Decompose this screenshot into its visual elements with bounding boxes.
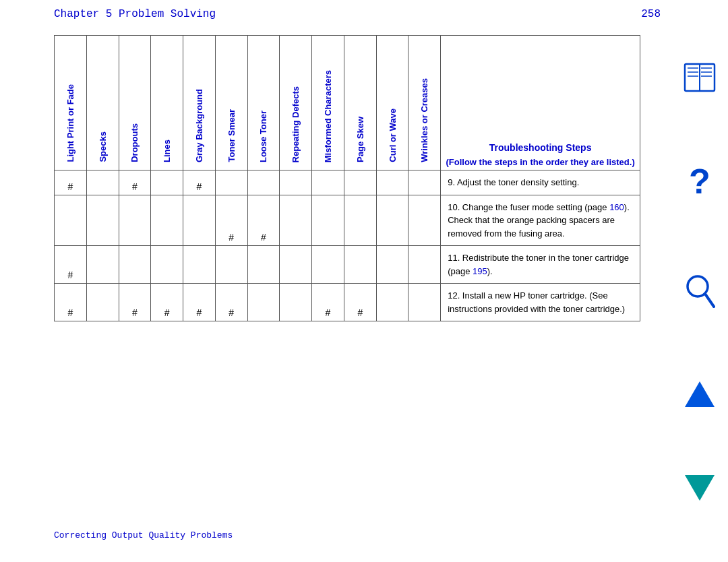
col-toner-smear: Toner Smear [215, 36, 247, 170]
page-header: Chapter 5 Problem Solving 258 [0, 0, 728, 28]
page-footer: Correcting Output Quality Problems [0, 521, 286, 549]
mark-r1-c1: # [55, 170, 87, 195]
mark-r2-c9 [312, 195, 344, 246]
mark-r1-c8 [280, 170, 312, 195]
mark-r1-c7 [247, 170, 280, 195]
mark-r1-c6 [215, 170, 247, 195]
mark-r2-c11 [376, 195, 408, 246]
right-sidebar: ? [677, 0, 721, 562]
col-repeating-defects: Repeating Defects [280, 36, 312, 170]
col-lines: Lines [151, 36, 183, 170]
mark-r3-c2 [86, 246, 119, 284]
svg-line-10 [705, 294, 714, 307]
table-header-row: Light Print or Fade Specks Dropouts Line… [55, 36, 640, 170]
col-curl-wave: Curl or Wave [376, 36, 408, 170]
troubleshooting-table: Light Print or Fade Specks Dropouts Line… [54, 35, 640, 321]
mark-r2-c7: # [247, 195, 280, 246]
mark-r4-c4: # [151, 284, 183, 321]
mark-r1-c5: # [183, 170, 216, 195]
mark-r2-c4 [151, 195, 183, 246]
mark-r3-c6 [215, 246, 247, 284]
mark-r3-c3 [119, 246, 151, 284]
down-arrow-icon[interactable] [685, 475, 715, 501]
mark-r4-c6: # [215, 284, 247, 321]
main-content: Light Print or Fade Specks Dropouts Line… [0, 28, 728, 328]
mark-r4-c10: # [344, 284, 376, 321]
mark-r3-c4 [151, 246, 183, 284]
up-arrow-icon[interactable] [685, 381, 715, 407]
page-number: 258 [641, 8, 661, 20]
mark-r1-c11 [376, 170, 408, 195]
mark-r4-c2 [86, 284, 119, 321]
magnifier-icon[interactable] [684, 273, 715, 313]
mark-r1-c3: # [119, 170, 151, 195]
page-link-160[interactable]: 160 [609, 202, 624, 212]
mark-r4-c1: # [55, 284, 87, 321]
mark-r3-c9 [312, 246, 344, 284]
svg-text:?: ? [689, 164, 710, 201]
row4-description: 12. Install a new HP toner cartridge. (S… [441, 284, 640, 321]
mark-r3-c8 [280, 246, 312, 284]
book-icon[interactable] [682, 61, 717, 96]
row1-description: 9. Adjust the toner density setting. [441, 170, 640, 195]
mark-r2-c2 [86, 195, 119, 246]
mark-r4-c7 [247, 284, 280, 321]
table-row: # 11. Redistribute the toner in the tone… [55, 246, 640, 284]
page-link-195[interactable]: 195 [473, 266, 487, 276]
col-misformed: Misformed Characters [312, 36, 344, 170]
mark-r2-c6: # [215, 195, 247, 246]
col-dropouts: Dropouts [119, 36, 151, 170]
footer-label: Correcting Output Quality Problems [54, 530, 233, 540]
mark-r1-c4 [151, 170, 183, 195]
mark-r3-c5 [183, 246, 216, 284]
mark-r3-c1: # [55, 246, 87, 284]
mark-r3-c11 [376, 246, 408, 284]
table-row: # # # # # # # 12. Install a new HP toner… [55, 284, 640, 321]
mark-r2-c3 [119, 195, 151, 246]
mark-r2-c1 [55, 195, 87, 246]
mark-r4-c9: # [312, 284, 344, 321]
col-loose-toner: Loose Toner [247, 36, 280, 170]
mark-r4-c5: # [183, 284, 216, 321]
mark-r2-c5 [183, 195, 216, 246]
mark-r3-c10 [344, 246, 376, 284]
mark-r1-c10 [344, 170, 376, 195]
table-row: # # 10. Change the fuser mode setting (p… [55, 195, 640, 246]
mark-r1-c12 [408, 170, 441, 195]
col-page-skew: Page Skew [344, 36, 376, 170]
mark-r4-c8 [280, 284, 312, 321]
mark-r4-c12 [408, 284, 441, 321]
col-wrinkles: Wrinkles or Creases [408, 36, 441, 170]
question-icon[interactable]: ? [686, 164, 714, 205]
col-specks: Specks [86, 36, 119, 170]
chapter-title: Chapter 5 Problem Solving [54, 8, 216, 20]
troubleshooting-steps-header: Troubleshooting Steps (Follow the steps … [441, 36, 640, 170]
col-gray-bg: Gray Background [183, 36, 216, 170]
mark-r1-c2 [86, 170, 119, 195]
mark-r3-c7 [247, 246, 280, 284]
mark-r2-c8 [280, 195, 312, 246]
row2-description: 10. Change the fuser mode setting (page … [441, 195, 640, 246]
mark-r2-c12 [408, 195, 441, 246]
col-light-print: Light Print or Fade [55, 36, 87, 170]
mark-r3-c12 [408, 246, 441, 284]
mark-r4-c11 [376, 284, 408, 321]
mark-r1-c9 [312, 170, 344, 195]
mark-r4-c3: # [119, 284, 151, 321]
table-row: # # # 9. Adjust the toner density settin… [55, 170, 640, 195]
mark-r2-c10 [344, 195, 376, 246]
row3-description: 11. Redistribute the toner in the toner … [441, 246, 640, 284]
